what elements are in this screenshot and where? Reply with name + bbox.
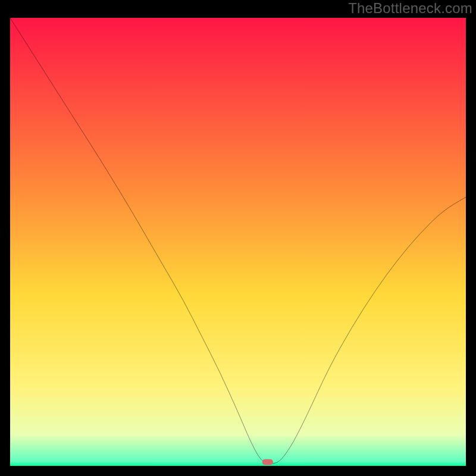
gradient-background xyxy=(10,18,466,466)
valley-marker xyxy=(262,459,273,465)
chart-plot xyxy=(10,18,466,466)
chart-frame: TheBottleneck.com xyxy=(0,0,476,476)
svg-rect-0 xyxy=(262,459,273,465)
watermark-text: TheBottleneck.com xyxy=(348,0,472,17)
